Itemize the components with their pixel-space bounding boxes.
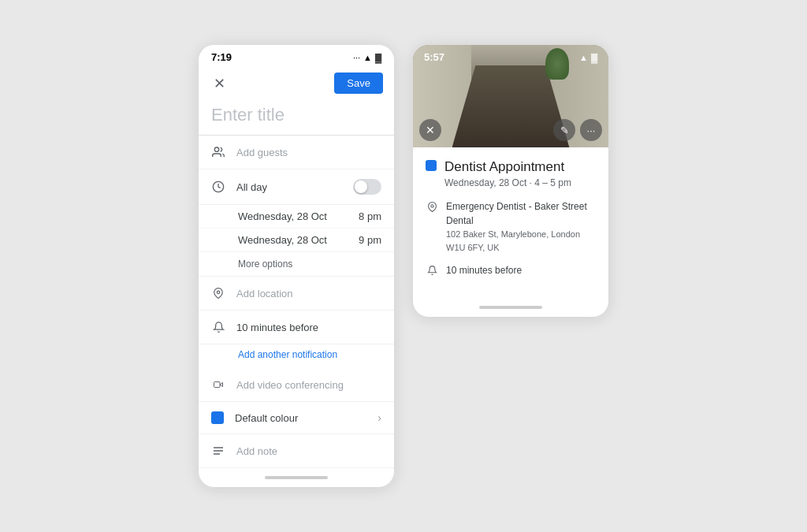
svg-rect-4: [214, 382, 221, 388]
video-icon: [211, 378, 225, 392]
end-date: Wednesday, 28 Oct: [238, 234, 327, 246]
start-time: 8 pm: [359, 210, 381, 222]
status-time-right: 5:57: [424, 51, 444, 63]
more-button[interactable]: ···: [580, 119, 602, 141]
chevron-icon: ›: [377, 411, 381, 424]
note-icon: [211, 444, 225, 458]
wifi-icon: ▲: [363, 53, 372, 62]
toggle-knob: [355, 180, 367, 193]
phone-left: 7:19 ··· ▲ ▓ ✕ Save Enter title: [199, 45, 394, 487]
end-date-row[interactable]: Wednesday, 28 Oct 9 pm: [199, 229, 394, 252]
event-title-group: Dentist Appointment Wednesday, 28 Oct · …: [444, 158, 571, 188]
status-icons-right: ▲ ▓: [579, 53, 597, 62]
start-date-row[interactable]: Wednesday, 28 Oct 8 pm: [199, 205, 394, 229]
more-options-row[interactable]: More options: [199, 252, 394, 277]
status-bar-right: 5:57 ▲ ▓: [413, 45, 608, 66]
pencil-icon: ✎: [560, 125, 569, 136]
home-indicator-right: [479, 306, 542, 309]
more-options-label: More options: [238, 259, 292, 270]
close-hero-button[interactable]: ✕: [419, 119, 441, 141]
toolbar: ✕ Save: [199, 66, 394, 102]
location-text: Emergency Dentist - Baker Street Dental …: [446, 199, 596, 254]
bottom-bar-right: [413, 298, 608, 317]
end-time: 9 pm: [359, 234, 381, 246]
all-day-row: All day: [199, 169, 394, 205]
status-time-left: 7:19: [211, 51, 232, 63]
close-hero-icon: ✕: [426, 124, 435, 136]
bell-detail-icon: [426, 264, 438, 277]
wifi-icon-right: ▲: [579, 53, 588, 62]
all-day-toggle[interactable]: [353, 179, 381, 195]
default-colour-row[interactable]: Default colour ›: [199, 402, 394, 434]
start-date: Wednesday, 28 Oct: [238, 210, 327, 222]
status-icons-left: ··· ▲ ▓: [353, 53, 381, 62]
date-time-section: Wednesday, 28 Oct 8 pm Wednesday, 28 Oct…: [199, 205, 394, 277]
event-content: Dentist Appointment Wednesday, 28 Oct · …: [413, 147, 608, 298]
bell-icon: [211, 320, 225, 334]
action-icons: ✎ ···: [553, 119, 602, 141]
location-detail-icon: [426, 200, 438, 213]
svg-point-0: [214, 147, 218, 151]
notification-row: 10 minutes before: [199, 311, 394, 344]
status-bar-left: 7:19 ··· ▲ ▓: [199, 45, 394, 66]
svg-marker-3: [220, 383, 223, 387]
event-datetime: Wednesday, 28 Oct · 4 – 5 pm: [444, 177, 571, 188]
add-note-label: Add note: [236, 445, 381, 457]
svg-point-8: [430, 204, 433, 206]
notification-detail-row: 10 minutes before: [426, 263, 596, 277]
more-icon: ···: [587, 125, 596, 136]
add-notification-label: Add another notification: [238, 349, 337, 360]
bottom-bar-left: [199, 468, 394, 487]
location-icon: [211, 286, 225, 300]
battery-icon-right: ▓: [591, 53, 597, 62]
clock-icon: [211, 180, 225, 194]
event-header: Dentist Appointment Wednesday, 28 Oct · …: [426, 158, 596, 188]
event-title: Dentist Appointment: [444, 158, 571, 176]
battery-icon: ▓: [375, 53, 381, 62]
location-name: Emergency Dentist - Baker Street Dental: [446, 199, 596, 228]
close-icon: ✕: [214, 75, 225, 92]
notification-detail-text: 10 minutes before: [446, 263, 522, 277]
add-video-row[interactable]: Add video conferencing: [199, 368, 394, 402]
home-indicator-left: [265, 476, 328, 479]
save-button[interactable]: Save: [334, 73, 383, 94]
all-day-label: All day: [236, 181, 342, 193]
add-location-row[interactable]: Add location: [199, 277, 394, 311]
location-detail-row[interactable]: Emergency Dentist - Baker Street Dental …: [426, 199, 596, 254]
add-location-label: Add location: [236, 288, 381, 299]
close-button[interactable]: ✕: [210, 74, 229, 93]
notification-label: 10 minutes before: [236, 322, 381, 333]
title-input[interactable]: Enter title: [199, 102, 394, 136]
colour-swatch: [211, 411, 224, 424]
dots-icon: ···: [353, 53, 360, 62]
guests-icon: [211, 145, 225, 159]
location-address: 102 Baker St, Marylebone, London W1U 6FY…: [446, 228, 596, 254]
phone-right: 5:57 ▲ ▓ ✕ ✎ ···: [413, 45, 608, 317]
add-notification-row[interactable]: Add another notification: [199, 344, 394, 368]
add-guests-label: Add guests: [236, 147, 381, 158]
default-colour-label: Default colour: [235, 412, 366, 424]
add-guests-row[interactable]: Add guests: [199, 136, 394, 169]
add-video-label: Add video conferencing: [236, 379, 381, 391]
edit-button[interactable]: ✎: [553, 119, 575, 141]
hero-image: 5:57 ▲ ▓ ✕ ✎ ···: [413, 45, 608, 147]
event-color-dot: [426, 160, 437, 171]
add-note-row[interactable]: Add note: [199, 434, 394, 468]
svg-point-2: [217, 291, 220, 294]
